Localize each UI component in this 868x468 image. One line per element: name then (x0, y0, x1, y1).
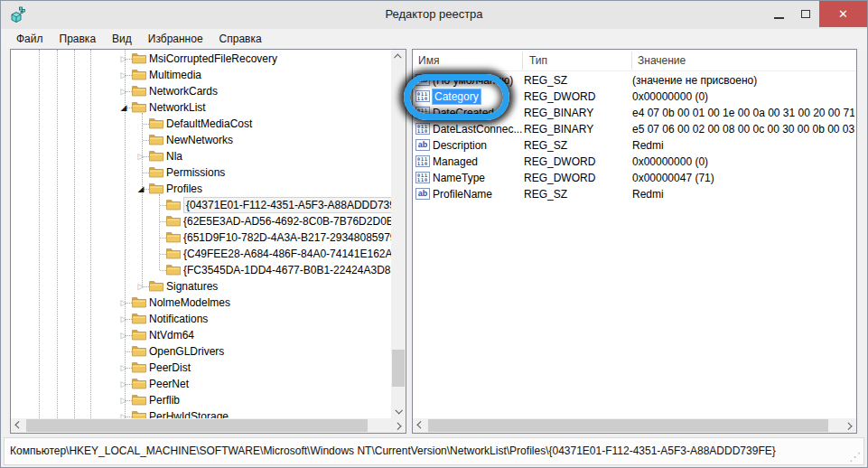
folder-icon (166, 231, 181, 243)
scroll-up-button[interactable] (391, 50, 406, 64)
tree-item-DefaultMediaCost[interactable]: DefaultMediaCost (11, 116, 391, 132)
tree-item-label: Notifications (149, 311, 208, 327)
value-data: 0x00000047 (71) (632, 170, 854, 186)
value-row-Managed[interactable]: 011110ManagedREG_DWORD0x00000000 (0) (413, 154, 856, 170)
tree-item-NetworkCards[interactable]: ▷NetworkCards (11, 83, 391, 99)
menu-help[interactable]: Справка (211, 30, 270, 48)
expand-arrow-icon[interactable]: ▷ (118, 408, 129, 418)
value-type: REG_DWORD (524, 89, 630, 105)
scroll-left-button[interactable] (11, 418, 25, 433)
expand-arrow-icon[interactable]: ▷ (118, 327, 129, 343)
value-row-Description[interactable]: abDescriptionREG_SZRedmi (413, 137, 856, 154)
tree-item-Nla[interactable]: ▷Nla (11, 148, 391, 164)
tree-item-PeerNet[interactable]: ▷PeerNet (11, 376, 391, 392)
folder-icon (132, 410, 146, 418)
value-type: REG_SZ (524, 186, 630, 202)
column-separator[interactable] (631, 51, 632, 70)
scroll-down-button[interactable] (391, 404, 406, 418)
minimize-button[interactable] (765, 1, 792, 27)
value-row-Category[interactable]: 011110CategoryREG_DWORD0x00000000 (0) (413, 89, 856, 105)
maximize-button[interactable] (792, 1, 819, 27)
folder-icon (132, 313, 146, 324)
tree-item-{C49FEE28A684486F84A0741[interactable]: {C49FEE28-A684-486F-84A0-74141E162A31} (11, 246, 391, 262)
scroll-left-button[interactable] (413, 418, 427, 433)
expand-arrow-icon[interactable]: ▷ (118, 83, 129, 99)
folder-icon (132, 361, 146, 373)
title-bar[interactable]: Редактор реестра ✕ (1, 1, 867, 29)
tree-item-label: {651D9F10-782D-4A3A-B217-293480859797} (183, 229, 391, 246)
tree-item-Signatures[interactable]: ▷Signatures (11, 278, 391, 295)
value-name: DateLastConnec... (433, 121, 523, 137)
scroll-right-button[interactable] (842, 418, 856, 433)
column-separator[interactable] (522, 51, 523, 70)
tree-hscroll-thumb[interactable] (26, 419, 368, 432)
menu-file[interactable]: Файл (8, 30, 51, 48)
expand-arrow-icon[interactable]: ▷ (118, 67, 129, 83)
tree-item-PeerDist[interactable]: ▷PeerDist (11, 360, 391, 376)
column-header-type[interactable]: Тип (529, 50, 547, 71)
column-header-name[interactable]: Имя (418, 50, 439, 71)
expand-arrow-icon[interactable]: ▷ (135, 148, 146, 164)
value-row-NameType[interactable]: 011110NameTypeREG_DWORD0x00000047 (71) (413, 170, 856, 186)
tree-item-NolmeModelmes[interactable]: ▷NolmeModelmes (11, 295, 391, 311)
value-name: Category (432, 89, 481, 105)
tree-item-{FC3545DA1DD44677B0B1224[interactable]: {FC3545DA-1DD4-4677-B0B1-22424A3D83C (11, 262, 391, 278)
close-button[interactable]: ✕ (819, 1, 867, 27)
tree-item-label: Multimedia (149, 67, 201, 83)
menu-bar: Файл Правка Вид Избранное Справка (2, 29, 866, 49)
menu-edit[interactable]: Правка (51, 30, 105, 48)
tree-item-Profiles[interactable]: ◢Profiles (11, 181, 391, 197)
folder-icon (132, 394, 146, 406)
column-header-value[interactable]: Значение (638, 50, 686, 71)
folder-icon (132, 329, 146, 341)
tree-item-NtVdm64[interactable]: ▷NtVdm64 (11, 327, 391, 343)
value-row-Поумолчанию[interactable]: ab(По умолчанию)REG_SZ(значение не присв… (413, 72, 856, 89)
tree-item-MsiCorruptedFileRecovery[interactable]: ▷MsiCorruptedFileRecovery (11, 51, 391, 67)
tree-item-Permissions[interactable]: Permissions (11, 164, 391, 181)
value-type: REG_SZ (524, 137, 630, 154)
tree-item-NetworkList[interactable]: ◢NetworkList (11, 99, 391, 116)
tree-item-PerHwIdStorage[interactable]: ▷PerHwIdStorage (11, 408, 391, 418)
tree-item-OpenGLDrivers[interactable]: OpenGLDrivers (11, 343, 391, 360)
chevron-down-icon (395, 407, 402, 414)
resize-grip[interactable]: ⋰ (849, 450, 861, 463)
folder-icon (149, 280, 163, 292)
tree-item-label: Signatures (166, 278, 218, 295)
expand-arrow-icon[interactable]: ▷ (118, 295, 129, 311)
tree-item-label: {04371E01-F112-4351-A5F3-A88ADDD739FE} (183, 197, 391, 213)
value-type: REG_DWORD (524, 154, 630, 170)
tree-item-{62E5E3ADAD5646928C0B7B7[interactable]: {62E5E3AD-AD56-4692-8C0B-7B76D2D0E186} (11, 213, 391, 229)
tree-item-Notifications[interactable]: ▷Notifications (11, 311, 391, 327)
tree-item-label: {62E5E3AD-AD56-4692-8C0B-7B76D2D0E186} (183, 213, 391, 229)
string-value-icon: ab (415, 188, 430, 200)
expand-arrow-icon[interactable]: ▷ (118, 360, 129, 376)
expand-arrow-icon[interactable]: ▷ (118, 51, 129, 67)
tree-item-{651D9F10782D4A3AB217293[interactable]: {651D9F10-782D-4A3A-B217-293480859797} (11, 229, 391, 246)
tree-item-{04371E01F1124351A5F3A88[interactable]: {04371E01-F112-4351-A5F3-A88ADDD739FE} (11, 197, 391, 213)
tree-item-NewNetworks[interactable]: NewNetworks (11, 132, 391, 148)
collapse-arrow-icon[interactable]: ◢ (118, 99, 129, 116)
menu-view[interactable]: Вид (104, 30, 140, 48)
expand-arrow-icon[interactable]: ▷ (135, 278, 146, 295)
tree-item-Multimedia[interactable]: ▷Multimedia (11, 67, 391, 83)
scroll-right-button[interactable] (391, 418, 406, 433)
tree-item-label: {C49FEE28-A684-486F-84A0-74141E162A31} (183, 246, 391, 262)
values-header: Имя Тип Значение (413, 50, 856, 71)
value-type: REG_BINARY (524, 121, 630, 137)
collapse-arrow-icon[interactable]: ◢ (135, 181, 146, 197)
expand-arrow-icon[interactable]: ▷ (118, 392, 129, 408)
value-row-ProfileName[interactable]: abProfileNameREG_SZRedmi (413, 186, 856, 202)
tree-connector (143, 140, 149, 141)
tree-item-label: NewNetworks (166, 132, 233, 148)
tree-vscroll-thumb[interactable] (392, 350, 405, 387)
tree-connector (143, 173, 149, 173)
tree-item-Perflib[interactable]: ▷Perflib (11, 392, 391, 408)
tree-item-label: NolmeModelmes (149, 295, 230, 311)
expand-arrow-icon[interactable]: ▷ (118, 376, 129, 392)
values-hscroll-thumb[interactable] (428, 419, 828, 432)
expand-arrow-icon[interactable]: ▷ (118, 311, 129, 327)
value-row-DateCreated[interactable]: 011110DateCreatedREG_BINARYe4 07 0b 00 0… (413, 105, 856, 121)
tree-item-label: Profiles (166, 181, 202, 197)
value-row-DateLastConnec[interactable]: 011110DateLastConnec...REG_BINARYe5 07 0… (413, 121, 856, 137)
menu-favorites[interactable]: Избранное (140, 30, 211, 48)
